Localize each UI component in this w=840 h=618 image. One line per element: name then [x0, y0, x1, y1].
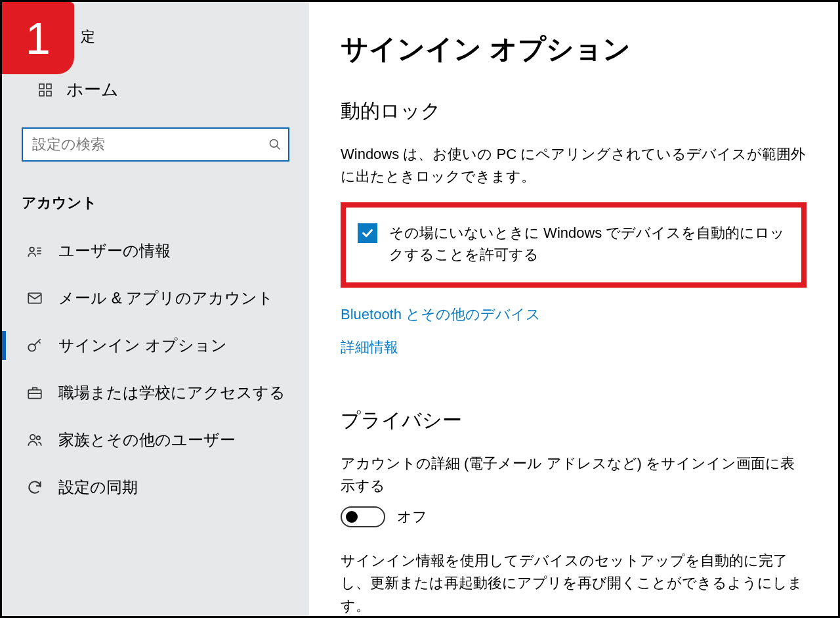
- sidebar: 定 ホーム アカウント: [2, 2, 309, 616]
- privacy-heading: プライバシー: [341, 407, 807, 434]
- sidebar-item-your-info[interactable]: ユーザーの情報: [22, 227, 289, 275]
- page-title: サインイン オプション: [341, 31, 807, 68]
- sidebar-item-signin-options[interactable]: サインイン オプション: [22, 322, 289, 369]
- dynamic-lock-checkbox-label: その場にいないときに Windows でデバイスを自動的にロックすることを許可す…: [389, 222, 789, 265]
- svg-rect-1: [47, 84, 51, 89]
- dynamic-lock-checkbox-row[interactable]: その場にいないときに Windows でデバイスを自動的にロックすることを許可す…: [358, 222, 789, 265]
- mail-icon: [26, 290, 44, 307]
- key-icon: [26, 337, 44, 354]
- svg-point-13: [30, 435, 35, 440]
- svg-rect-0: [39, 84, 44, 89]
- user-card-icon: [26, 242, 44, 259]
- dynamic-lock-description: Windows は、お使いの PC にペアリングされているデバイスが範囲外に出た…: [341, 143, 807, 188]
- bluetooth-devices-link[interactable]: Bluetooth とその他のデバイス: [341, 305, 807, 324]
- settings-window: 1 定 ホーム アカウント: [0, 0, 840, 618]
- search-icon: [268, 138, 282, 151]
- step-badge: 1: [2, 2, 74, 74]
- search-input[interactable]: [22, 127, 289, 162]
- briefcase-icon: [26, 384, 44, 401]
- privacy-setting1-label: アカウントの詳細 (電子メール アドレスなど) をサインイン画面に表示する: [341, 452, 807, 497]
- svg-rect-3: [47, 91, 51, 96]
- sidebar-home[interactable]: ホーム: [37, 78, 289, 101]
- dynamic-lock-highlight: その場にいないときに Windows でデバイスを自動的にロックすることを許可す…: [341, 202, 807, 288]
- sidebar-item-label: 家族とその他のユーザー: [58, 430, 236, 451]
- toggle-account-details[interactable]: [341, 506, 385, 527]
- sidebar-item-label: メール & アプリのアカウント: [58, 288, 274, 309]
- window-title-fragment: 定: [81, 27, 289, 47]
- search-container: [22, 127, 289, 162]
- sidebar-item-family[interactable]: 家族とその他のユーザー: [22, 416, 289, 464]
- sidebar-home-label: ホーム: [66, 78, 119, 101]
- people-icon: [26, 431, 44, 449]
- home-icon: [37, 82, 54, 98]
- svg-rect-10: [28, 293, 41, 303]
- toggle-state-text: オフ: [397, 507, 427, 527]
- svg-line-5: [277, 146, 280, 150]
- sidebar-item-email-accounts[interactable]: メール & アプリのアカウント: [22, 275, 289, 322]
- sidebar-item-label: 職場または学校にアクセスする: [58, 382, 285, 403]
- main-content: サインイン オプション 動的ロック Windows は、お使いの PC にペアリ…: [309, 2, 838, 616]
- toggle-knob: [346, 511, 358, 523]
- sidebar-item-label: サインイン オプション: [58, 335, 227, 356]
- svg-point-14: [37, 436, 40, 439]
- svg-point-4: [270, 140, 278, 148]
- dynamic-lock-heading: 動的ロック: [341, 98, 807, 125]
- svg-point-11: [28, 344, 35, 351]
- sidebar-item-label: ユーザーの情報: [58, 240, 171, 261]
- sidebar-section-title: アカウント: [22, 193, 289, 213]
- dynamic-lock-section: 動的ロック Windows は、お使いの PC にペアリングされているデバイスが…: [341, 98, 807, 357]
- checkbox-checked-icon[interactable]: [358, 223, 377, 243]
- svg-point-6: [30, 248, 34, 252]
- sidebar-item-label: 設定の同期: [58, 477, 138, 498]
- privacy-section: プライバシー アカウントの詳細 (電子メール アドレスなど) をサインイン画面に…: [341, 407, 807, 616]
- privacy-setting-account-details: アカウントの詳細 (電子メール アドレスなど) をサインイン画面に表示する オフ: [341, 452, 807, 527]
- sidebar-item-sync[interactable]: 設定の同期: [22, 464, 289, 511]
- privacy-setting-signin-info: サインイン情報を使用してデバイスのセットアップを自動的に完了し、更新または再起動…: [341, 550, 807, 616]
- sidebar-item-work-school[interactable]: 職場または学校にアクセスする: [22, 369, 289, 416]
- svg-rect-12: [28, 390, 41, 399]
- dynamic-lock-more-info-link[interactable]: 詳細情報: [341, 338, 807, 357]
- svg-rect-2: [39, 91, 44, 96]
- sync-icon: [26, 479, 44, 496]
- privacy-setting2-label: サインイン情報を使用してデバイスのセットアップを自動的に完了し、更新または再起動…: [341, 550, 807, 616]
- sidebar-nav: ユーザーの情報 メール & アプリのアカウント サインイン オプション: [22, 227, 289, 511]
